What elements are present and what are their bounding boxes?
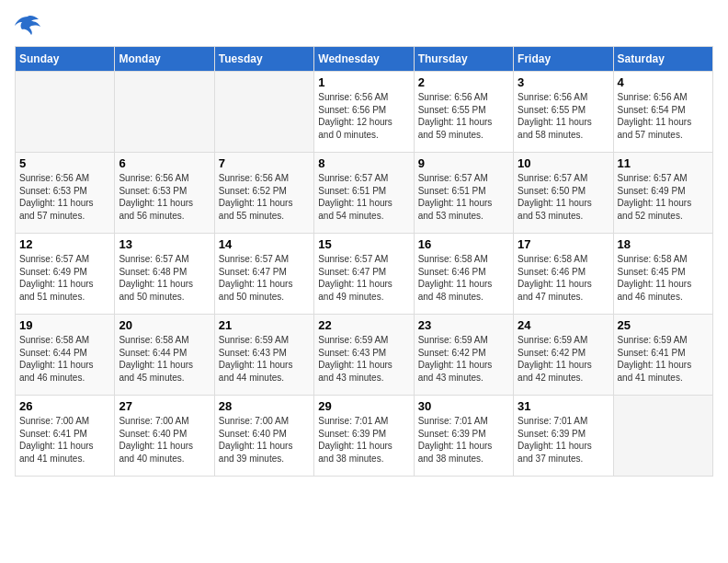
day-number: 21: [219, 318, 310, 332]
calendar-cell: 21Sunrise: 6:59 AM Sunset: 6:43 PM Dayli…: [214, 315, 313, 396]
calendar-week-row: 12Sunrise: 6:57 AM Sunset: 6:49 PM Dayli…: [16, 234, 713, 315]
day-info: Sunrise: 6:56 AM Sunset: 6:52 PM Dayligh…: [219, 172, 310, 222]
day-info: Sunrise: 6:57 AM Sunset: 6:48 PM Dayligh…: [119, 253, 210, 303]
day-info: Sunrise: 6:58 AM Sunset: 6:44 PM Dayligh…: [119, 334, 210, 384]
calendar-cell: 17Sunrise: 6:58 AM Sunset: 6:46 PM Dayli…: [514, 234, 613, 315]
day-number: 9: [418, 156, 509, 170]
day-number: 15: [318, 237, 409, 251]
day-info: Sunrise: 6:59 AM Sunset: 6:43 PM Dayligh…: [318, 334, 409, 384]
calendar-cell: [214, 72, 313, 153]
day-number: 5: [19, 156, 110, 170]
calendar-cell: 6Sunrise: 6:56 AM Sunset: 6:53 PM Daylig…: [115, 153, 214, 234]
calendar-cell: 15Sunrise: 6:57 AM Sunset: 6:47 PM Dayli…: [314, 234, 414, 315]
day-info: Sunrise: 6:56 AM Sunset: 6:55 PM Dayligh…: [418, 91, 509, 141]
calendar-cell: 28Sunrise: 7:00 AM Sunset: 6:40 PM Dayli…: [214, 396, 313, 477]
calendar-cell: 13Sunrise: 6:57 AM Sunset: 6:48 PM Dayli…: [115, 234, 214, 315]
day-info: Sunrise: 6:59 AM Sunset: 6:41 PM Dayligh…: [618, 334, 709, 384]
day-info: Sunrise: 6:57 AM Sunset: 6:50 PM Dayligh…: [518, 172, 609, 222]
calendar-cell: 14Sunrise: 6:57 AM Sunset: 6:47 PM Dayli…: [214, 234, 313, 315]
calendar-cell: [16, 72, 115, 153]
weekday-header-saturday: Saturday: [613, 47, 712, 72]
day-number: 10: [518, 156, 609, 170]
day-info: Sunrise: 6:58 AM Sunset: 6:46 PM Dayligh…: [518, 253, 609, 303]
calendar-cell: 12Sunrise: 6:57 AM Sunset: 6:49 PM Dayli…: [16, 234, 115, 315]
logo-icon: [15, 15, 40, 35]
day-info: Sunrise: 6:57 AM Sunset: 6:47 PM Dayligh…: [219, 253, 310, 303]
day-number: 1: [318, 75, 409, 89]
day-number: 12: [19, 237, 110, 251]
day-number: 16: [418, 237, 509, 251]
day-info: Sunrise: 7:01 AM Sunset: 6:39 PM Dayligh…: [318, 415, 409, 465]
day-info: Sunrise: 6:56 AM Sunset: 6:53 PM Dayligh…: [119, 172, 210, 222]
day-info: Sunrise: 7:00 AM Sunset: 6:40 PM Dayligh…: [119, 415, 210, 465]
day-info: Sunrise: 6:58 AM Sunset: 6:46 PM Dayligh…: [418, 253, 509, 303]
day-info: Sunrise: 6:56 AM Sunset: 6:54 PM Dayligh…: [618, 91, 709, 141]
calendar-cell: 31Sunrise: 7:01 AM Sunset: 6:39 PM Dayli…: [514, 396, 613, 477]
logo: [15, 15, 44, 35]
day-number: 24: [518, 318, 609, 332]
weekday-header-sunday: Sunday: [16, 47, 115, 72]
day-number: 22: [318, 318, 409, 332]
day-info: Sunrise: 7:01 AM Sunset: 6:39 PM Dayligh…: [418, 415, 509, 465]
day-info: Sunrise: 7:00 AM Sunset: 6:41 PM Dayligh…: [19, 415, 110, 465]
calendar-cell: 23Sunrise: 6:59 AM Sunset: 6:42 PM Dayli…: [414, 315, 513, 396]
day-info: Sunrise: 6:57 AM Sunset: 6:51 PM Dayligh…: [418, 172, 509, 222]
calendar-cell: 9Sunrise: 6:57 AM Sunset: 6:51 PM Daylig…: [414, 153, 513, 234]
calendar-week-row: 19Sunrise: 6:58 AM Sunset: 6:44 PM Dayli…: [16, 315, 713, 396]
weekday-header-wednesday: Wednesday: [314, 47, 414, 72]
day-info: Sunrise: 6:57 AM Sunset: 6:47 PM Dayligh…: [318, 253, 409, 303]
calendar-cell: 19Sunrise: 6:58 AM Sunset: 6:44 PM Dayli…: [16, 315, 115, 396]
day-info: Sunrise: 7:01 AM Sunset: 6:39 PM Dayligh…: [518, 415, 609, 465]
day-info: Sunrise: 6:56 AM Sunset: 6:53 PM Dayligh…: [19, 172, 110, 222]
calendar-cell: 24Sunrise: 6:59 AM Sunset: 6:42 PM Dayli…: [514, 315, 613, 396]
day-number: 20: [119, 318, 210, 332]
day-number: 23: [418, 318, 509, 332]
weekday-header-friday: Friday: [514, 47, 613, 72]
day-number: 6: [119, 156, 210, 170]
calendar-cell: 11Sunrise: 6:57 AM Sunset: 6:49 PM Dayli…: [613, 153, 712, 234]
day-number: 25: [618, 318, 709, 332]
day-number: 30: [418, 399, 509, 413]
day-info: Sunrise: 6:57 AM Sunset: 6:49 PM Dayligh…: [618, 172, 709, 222]
calendar-cell: 30Sunrise: 7:01 AM Sunset: 6:39 PM Dayli…: [414, 396, 513, 477]
calendar-cell: 27Sunrise: 7:00 AM Sunset: 6:40 PM Dayli…: [115, 396, 214, 477]
calendar-cell: 20Sunrise: 6:58 AM Sunset: 6:44 PM Dayli…: [115, 315, 214, 396]
day-number: 27: [119, 399, 210, 413]
day-number: 7: [219, 156, 310, 170]
day-info: Sunrise: 6:58 AM Sunset: 6:45 PM Dayligh…: [618, 253, 709, 303]
day-number: 19: [19, 318, 110, 332]
calendar-cell: 18Sunrise: 6:58 AM Sunset: 6:45 PM Dayli…: [613, 234, 712, 315]
calendar-cell: 16Sunrise: 6:58 AM Sunset: 6:46 PM Dayli…: [414, 234, 513, 315]
calendar-cell: 4Sunrise: 6:56 AM Sunset: 6:54 PM Daylig…: [613, 72, 712, 153]
day-number: 18: [618, 237, 709, 251]
day-number: 14: [219, 237, 310, 251]
day-number: 13: [119, 237, 210, 251]
day-info: Sunrise: 6:56 AM Sunset: 6:55 PM Dayligh…: [518, 91, 609, 141]
day-info: Sunrise: 6:58 AM Sunset: 6:44 PM Dayligh…: [19, 334, 110, 384]
day-number: 29: [318, 399, 409, 413]
calendar-cell: 10Sunrise: 6:57 AM Sunset: 6:50 PM Dayli…: [514, 153, 613, 234]
calendar-cell: [115, 72, 214, 153]
day-number: 17: [518, 237, 609, 251]
day-info: Sunrise: 6:57 AM Sunset: 6:49 PM Dayligh…: [19, 253, 110, 303]
weekday-header-row: SundayMondayTuesdayWednesdayThursdayFrid…: [16, 47, 713, 72]
page-header: [15, 15, 713, 35]
day-number: 3: [518, 75, 609, 89]
calendar-cell: 8Sunrise: 6:57 AM Sunset: 6:51 PM Daylig…: [314, 153, 414, 234]
calendar-cell: 29Sunrise: 7:01 AM Sunset: 6:39 PM Dayli…: [314, 396, 414, 477]
day-number: 28: [219, 399, 310, 413]
calendar-cell: 5Sunrise: 6:56 AM Sunset: 6:53 PM Daylig…: [16, 153, 115, 234]
calendar-table: SundayMondayTuesdayWednesdayThursdayFrid…: [15, 46, 713, 477]
day-number: 8: [318, 156, 409, 170]
calendar-cell: 26Sunrise: 7:00 AM Sunset: 6:41 PM Dayli…: [16, 396, 115, 477]
calendar-cell: 2Sunrise: 6:56 AM Sunset: 6:55 PM Daylig…: [414, 72, 513, 153]
day-number: 4: [618, 75, 709, 89]
calendar-cell: 25Sunrise: 6:59 AM Sunset: 6:41 PM Dayli…: [613, 315, 712, 396]
day-info: Sunrise: 6:59 AM Sunset: 6:43 PM Dayligh…: [219, 334, 310, 384]
calendar-week-row: 1Sunrise: 6:56 AM Sunset: 6:56 PM Daylig…: [16, 72, 713, 153]
calendar-cell: 22Sunrise: 6:59 AM Sunset: 6:43 PM Dayli…: [314, 315, 414, 396]
day-number: 31: [518, 399, 609, 413]
day-number: 26: [19, 399, 110, 413]
day-info: Sunrise: 7:00 AM Sunset: 6:40 PM Dayligh…: [219, 415, 310, 465]
day-info: Sunrise: 6:56 AM Sunset: 6:56 PM Dayligh…: [318, 91, 409, 141]
